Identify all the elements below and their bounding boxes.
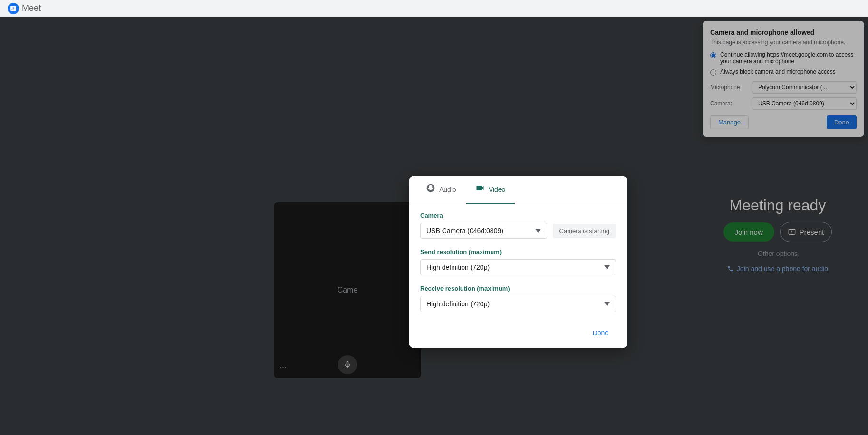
send-resolution-row: High definition (720p) Standard definiti…: [420, 259, 616, 275]
camera-select-row: USB Camera (046d:0809) Camera is startin…: [420, 223, 616, 239]
video-tab-label: Video: [489, 186, 506, 193]
meet-logo: Meet: [4, 1, 45, 16]
top-bar: Meet: [0, 0, 868, 17]
camera-select[interactable]: USB Camera (046d:0809): [420, 223, 547, 239]
settings-footer: Done: [409, 322, 627, 340]
meet-logo-icon: [8, 3, 19, 14]
video-icon: [475, 183, 485, 195]
receive-resolution-row: High definition (720p) Standard definiti…: [420, 296, 616, 312]
app-title: Meet: [22, 3, 41, 13]
tab-video[interactable]: Video: [466, 176, 515, 204]
settings-body: Camera USB Camera (046d:0809) Camera is …: [409, 212, 627, 312]
tab-audio[interactable]: Audio: [416, 176, 466, 204]
receive-resolution-select[interactable]: High definition (720p) Standard definiti…: [420, 296, 616, 312]
settings-tabs: Audio Video: [409, 176, 627, 204]
audio-tab-label: Audio: [439, 186, 456, 193]
send-resolution-label: Send resolution (maximum): [420, 248, 616, 255]
camera-starting-badge: Camera is starting: [553, 224, 616, 238]
audio-icon: [426, 183, 435, 195]
receive-resolution-label: Receive resolution (maximum): [420, 285, 616, 292]
camera-section-label: Camera: [420, 212, 616, 219]
settings-done-button[interactable]: Done: [585, 325, 616, 340]
settings-modal: Audio Video Camera USB Camera (046d:0809…: [409, 176, 627, 348]
send-resolution-select[interactable]: High definition (720p) Standard definiti…: [420, 259, 616, 275]
